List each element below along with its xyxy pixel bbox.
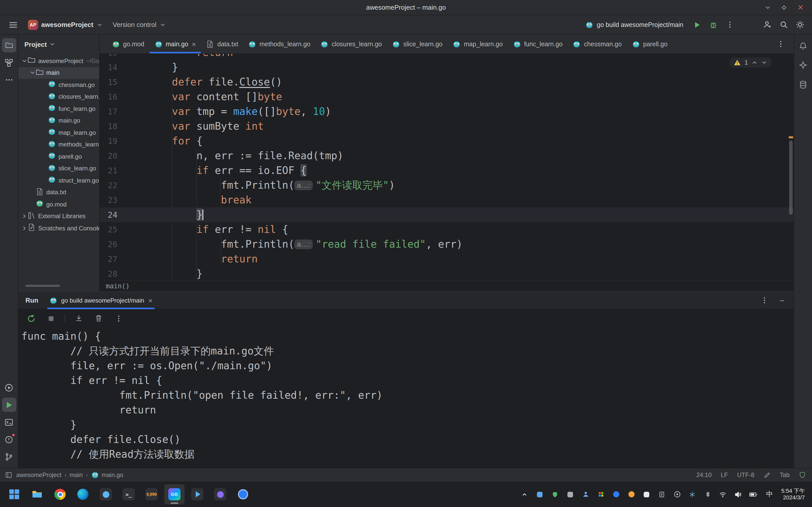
notifications-button[interactable]	[796, 39, 810, 53]
cursor-position[interactable]: 24:10	[696, 471, 711, 478]
tree-item-struct-learn-go[interactable]: struct_learn.go	[18, 174, 99, 186]
taskbar-app-pinned-app-circle[interactable]	[233, 484, 253, 504]
kebab-menu-icon[interactable]	[761, 296, 768, 304]
main-menu-button[interactable]	[5, 17, 21, 32]
line-number[interactable]: 27	[100, 252, 125, 267]
line-separator[interactable]: LF	[721, 471, 728, 478]
code-line-27[interactable]: 27 return	[100, 252, 794, 267]
shield-icon[interactable]	[799, 471, 806, 478]
tree-item-slice-learn-go[interactable]: slice_learn.go	[18, 163, 99, 174]
warning-stripe-mark[interactable]	[789, 136, 793, 138]
project-tool-button[interactable]	[2, 38, 16, 52]
tree-item-scratches-and-consoles[interactable]: Scratches and Consoles	[18, 222, 99, 234]
services-tool-button[interactable]	[2, 380, 16, 395]
tray-ms-grid-icon[interactable]	[596, 490, 605, 499]
tree-item-main[interactable]: main	[18, 67, 99, 79]
breadcrumb-main-go[interactable]: main.go	[91, 471, 123, 479]
line-number[interactable]: 23	[100, 193, 125, 208]
taskbar-app-file-explorer[interactable]	[27, 484, 47, 504]
tree-item-data-txt[interactable]: data.txt	[18, 186, 99, 198]
indent-style[interactable]: Tab	[780, 471, 790, 478]
project-widget[interactable]: AP awesomeProject	[24, 17, 106, 32]
editor-tab-slice-learn-go[interactable]: slice_learn.go	[387, 35, 448, 53]
search-everywhere-button[interactable]	[776, 17, 791, 32]
code-line-15[interactable]: 15 defer file.Close()	[100, 75, 794, 90]
inspection-widget[interactable]: 1	[730, 57, 771, 68]
problems-tool-button[interactable]	[2, 432, 16, 447]
editor-tab-go-mod[interactable]: go.mod	[107, 35, 149, 53]
editor-tab-map-learn-go[interactable]: map_learn.go	[448, 35, 508, 53]
close-icon[interactable]: ×	[192, 41, 196, 48]
tree-item-methods-learn-go[interactable]: methods_learn.go	[18, 138, 99, 151]
console-output[interactable]: func main() { // 只读方式打开当前目录下的main.go文件 f…	[18, 328, 794, 468]
chevron-down-icon[interactable]	[761, 59, 767, 66]
tray-media-play-icon[interactable]	[673, 490, 682, 499]
code-line-21[interactable]: 21 if err == io.EOF {	[100, 163, 794, 178]
editor-tab-main-go[interactable]: main.go×	[149, 35, 201, 53]
hidden-icons-chevron-icon[interactable]	[520, 490, 529, 499]
taskbar-app-goland[interactable]: GO	[164, 484, 185, 504]
chevron-up-icon[interactable]	[752, 59, 758, 66]
tree-item-external-libraries[interactable]: External Libraries	[18, 210, 99, 222]
run-button[interactable]	[690, 17, 704, 32]
code-line-24[interactable]: 24 }	[100, 208, 794, 222]
code-line-26[interactable]: 26 fmt.Println(a…:"read file failed", er…	[100, 237, 794, 252]
taskbar-app-media-player[interactable]	[187, 484, 208, 504]
taskbar-app-pinned-app-blue[interactable]	[96, 484, 116, 504]
code-line-28[interactable]: 28 }	[100, 267, 794, 280]
tray-network-icon[interactable]	[718, 490, 727, 499]
tray-volume-icon[interactable]	[734, 490, 743, 499]
code-line-18[interactable]: 18 var sumByte int	[100, 119, 794, 134]
code-line-14[interactable]: 14 }	[100, 60, 794, 75]
run-config-widget[interactable]: go build awesomeProject/main	[581, 17, 688, 32]
ai-assistant-button[interactable]	[796, 58, 810, 72]
taskbar-app-chrome[interactable]	[50, 484, 70, 504]
line-number[interactable]: 13	[100, 54, 125, 60]
window-control-down-button[interactable]	[761, 2, 774, 13]
line-number[interactable]: 14	[100, 60, 125, 75]
terminal-tool-button[interactable]	[2, 415, 16, 429]
tray-app-blue-icon[interactable]	[535, 490, 544, 499]
tree-item-func-learn-go[interactable]: func_learn.go	[18, 103, 99, 115]
breadcrumb-awesomeproject[interactable]: awesomeProject	[16, 471, 61, 478]
window-control-close-button[interactable]	[794, 2, 807, 13]
tree-item-chessman-go[interactable]: chessman.go	[18, 79, 99, 91]
code-line-20[interactable]: 20 n, err := file.Read(tmp)	[100, 149, 794, 163]
tray-circle-blue-icon[interactable]	[612, 490, 621, 499]
debug-button[interactable]	[706, 17, 720, 32]
code-with-me-button[interactable]	[760, 17, 774, 32]
clear-console-button[interactable]	[93, 312, 105, 325]
settings-button[interactable]	[793, 17, 807, 32]
taskbar-app-pinned-app-badge[interactable]: 9,999	[141, 484, 162, 504]
tool-window-layout-icon[interactable]	[5, 471, 12, 478]
breadcrumb-main[interactable]: main	[69, 471, 82, 478]
minimize-icon[interactable]	[778, 297, 786, 304]
line-number[interactable]: 15	[100, 75, 125, 90]
console-more-button[interactable]	[112, 312, 125, 325]
taskbar-app-terminal[interactable]: >_	[118, 484, 139, 504]
tree-item-awesomeproject[interactable]: awesomeProject~/Gola	[18, 55, 99, 67]
line-number[interactable]: 16	[100, 90, 125, 104]
run-tool-button[interactable]	[2, 398, 16, 412]
line-number[interactable]: 21	[100, 163, 125, 178]
taskbar-app-pinned-app-purple[interactable]	[210, 484, 230, 504]
editor-tab-func-learn-go[interactable]: func_learn.go	[508, 35, 568, 53]
scroll-to-end-button[interactable]	[73, 312, 85, 325]
project-hscrollbar-thumb[interactable]	[25, 285, 60, 287]
editor-scrollbar-thumb[interactable]	[789, 140, 793, 215]
editor-tab-chessman-go[interactable]: chessman.go	[568, 35, 627, 53]
code-line-22[interactable]: 22 fmt.Println(a…:"文件读取完毕")	[100, 178, 794, 193]
tray-person-blue-icon[interactable]	[581, 490, 590, 499]
tray-snowflake-icon[interactable]	[688, 490, 697, 499]
tray-app-gray-icon[interactable]	[566, 490, 575, 499]
line-number[interactable]: 18	[100, 119, 125, 134]
line-number[interactable]: 22	[100, 178, 125, 193]
tree-item-closures-learn-go[interactable]: closures_learn.go	[18, 91, 99, 103]
structure-tool-button[interactable]	[2, 55, 16, 70]
taskbar-clock[interactable]: 5:54 下午 2024/3/7	[781, 488, 805, 501]
editor[interactable]: 13 return14 }15 defer file.Close()16 var…	[100, 54, 794, 280]
breadcrumb-bar[interactable]: main()	[100, 280, 794, 291]
close-icon[interactable]: ×	[148, 297, 152, 304]
tray-battery-icon[interactable]	[749, 490, 758, 499]
line-number[interactable]: 26	[100, 237, 125, 252]
